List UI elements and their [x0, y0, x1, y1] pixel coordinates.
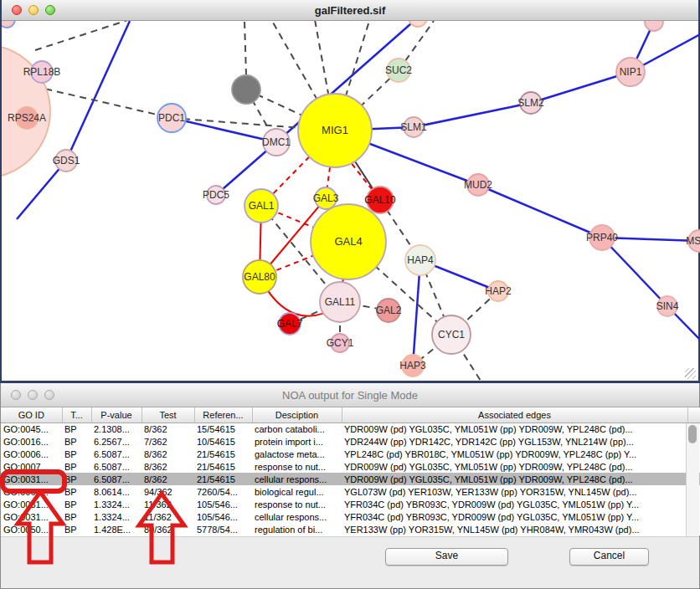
zoom-button-icon[interactable] — [45, 5, 55, 15]
column-header-test[interactable]: Test — [142, 407, 194, 423]
column-header-desciption[interactable]: Desciption — [252, 407, 342, 423]
node-label: MUD2 — [464, 179, 492, 191]
resize-grip-icon[interactable] — [685, 368, 696, 379]
network-titlebar[interactable]: galFiltered.sif — [2, 0, 698, 21]
cell-p-value: 6.5087... — [91, 460, 142, 473]
node-gds1[interactable]: GDS1 — [53, 150, 80, 172]
node-nip1[interactable]: NIP1 — [616, 58, 645, 86]
node-gal2[interactable]: GAL2 — [376, 299, 402, 322]
node-label: HAP3 — [399, 360, 426, 371]
cell-associated-edges: YGL073W (pd) YER103W, YER133W (pp) YOR31… — [342, 485, 687, 498]
node-label: NIP1 — [620, 66, 642, 78]
cell-p-value: 1.3324... — [91, 510, 142, 523]
close-button-icon[interactable] — [11, 390, 21, 400]
minimize-button-icon[interactable] — [28, 390, 38, 400]
node-gal4[interactable]: GAL4 — [311, 204, 386, 279]
node-dmc1[interactable]: DMC1 — [262, 129, 291, 156]
cell-type: BP — [62, 510, 91, 523]
cell-test: 80/362 — [142, 523, 194, 535]
cell-associated-edges: YFR034C (pd) YBR093C, YDR009W (pd) YGL03… — [342, 510, 687, 523]
table-row-1[interactable]: GO:0045...BP2.1308...8/36215/54615carbon… — [1, 423, 700, 435]
node-pdc5[interactable]: PDC5 — [203, 186, 229, 204]
table-row-5[interactable]: GO:0031...BP6.5087...8/36221/54615cellul… — [1, 473, 700, 485]
cell-type: BP — [62, 448, 91, 460]
close-button-icon[interactable] — [12, 5, 22, 15]
node-slm1[interactable]: SLM1 — [400, 117, 427, 137]
table-row-2[interactable]: GO:0016...BP6.2567...7/36210/54615protei… — [1, 435, 700, 448]
node-hap4[interactable]: HAP4 — [405, 245, 435, 275]
minimize-button-icon[interactable] — [28, 5, 39, 15]
table-row-8[interactable]: GO:0031...BP1.3324...11/362105/546...cel… — [1, 510, 700, 523]
column-header-go-id[interactable]: GO ID — [1, 407, 62, 423]
table-header-row: GO IDT...P-valueTestReferen...Desciption… — [1, 407, 700, 423]
node-gal80[interactable]: GAL80 — [243, 260, 276, 294]
cell-go-id: GO:0031... — [1, 473, 62, 485]
column-header-t-[interactable]: T... — [62, 407, 91, 423]
node-gal7[interactable]: GAL7 — [277, 313, 303, 335]
node-label: GAL11 — [325, 296, 356, 308]
cell-reference: 15/54615 — [194, 423, 252, 435]
cell-associated-edges: YER133W (pp) YOR315W, YNL145W (pd) YHR08… — [342, 523, 687, 535]
zoom-button-icon[interactable] — [44, 390, 54, 400]
node-prp40[interactable]: PRP40 — [586, 225, 618, 250]
table-row-3[interactable]: GO:0006...BP6.5087...8/36221/54615galact… — [1, 448, 700, 460]
node-slm2[interactable]: SLM2 — [517, 92, 544, 114]
node-unlabeled[interactable] — [232, 75, 260, 104]
vertical-scrollbar[interactable] — [686, 423, 699, 536]
cell-associated-edges: YPL248C (pd) YBR018C, YML051W (pp) YDR00… — [342, 448, 687, 460]
cell-go-id: GO:0016... — [1, 435, 62, 448]
cell-go-id: GO:0007... — [1, 460, 62, 473]
cell-associated-edges: YDR244W (pp) YDR142C, YDR142C (pp) YGL15… — [342, 435, 687, 448]
node-label: GCY1 — [327, 337, 354, 349]
cell-type: BP — [62, 435, 91, 448]
node-pdc1[interactable]: PDC1 — [157, 104, 186, 132]
node-gal10[interactable]: GAL10 — [364, 187, 396, 213]
table-row-6[interactable]: GO:0065...BP8.0614...94/3627260/54...bio… — [1, 485, 700, 498]
node-label: SLM1 — [400, 121, 427, 133]
node-label: SIN4 — [656, 300, 679, 312]
cell-p-value: 2.1308... — [91, 423, 142, 435]
node-label: RPL18B — [23, 66, 61, 78]
node-msl1[interactable]: MSL1 — [686, 230, 700, 252]
edge-blue — [602, 238, 667, 306]
cell-go-id: GO:0031... — [1, 510, 62, 523]
table-row-7[interactable]: GO:0031...BP1.3324...11/362105/546...res… — [1, 498, 700, 510]
column-header-p-value[interactable]: P-value — [91, 407, 142, 423]
node-cyc1[interactable]: CYC1 — [432, 315, 471, 354]
edge-dash — [244, 21, 246, 75]
node-label: GAL80 — [244, 271, 275, 283]
column-header-associated-edges[interactable]: Associated edges — [342, 407, 687, 423]
node-label: GDS1 — [53, 155, 80, 166]
save-button[interactable]: Save — [385, 548, 508, 566]
cell-p-value: 1.428E... — [91, 523, 142, 535]
cell-test: 11/362 — [142, 498, 194, 510]
table-row-9[interactable]: GO:0050...BP1.428E...80/3625778/54...reg… — [1, 523, 700, 535]
cell-description: cellular respons... — [252, 510, 342, 523]
node-sin4[interactable]: SIN4 — [656, 296, 679, 316]
cell-type: BP — [62, 423, 91, 435]
network-canvas[interactable]: RPL18BRPS24AGDS1PDC1MIG1SUC2SLM1DMC1SLM2… — [2, 0, 700, 383]
node-gal11[interactable]: GAL11 — [320, 282, 360, 322]
node-suc2[interactable]: SUC2 — [385, 59, 412, 82]
column-header-filler[interactable] — [687, 407, 700, 423]
node-label: PDC1 — [158, 112, 185, 124]
cell-go-id: GO:0031... — [1, 498, 62, 510]
column-header-referen-[interactable]: Referen... — [194, 407, 252, 423]
cell-description: response to nut... — [252, 498, 342, 510]
cell-go-id: GO:0050... — [1, 523, 62, 535]
table-row-4[interactable]: GO:0007...BP6.5087...8/36221/54615respon… — [1, 460, 700, 473]
node-label: SLM2 — [517, 97, 544, 109]
node-mud2[interactable]: MUD2 — [464, 174, 492, 196]
node-hap2[interactable]: HAP2 — [485, 281, 512, 301]
node-mig1[interactable]: MIG1 — [298, 94, 372, 167]
cell-test: 7/362 — [142, 435, 194, 448]
node-gal1[interactable]: GAL1 — [244, 189, 278, 223]
scrollbar-thumb[interactable] — [688, 425, 697, 443]
cancel-button[interactable]: Cancel — [569, 548, 649, 566]
noa-titlebar[interactable]: NOA output for Single Mode — [1, 383, 699, 407]
node-label: HAP2 — [485, 285, 512, 297]
node-gcy1[interactable]: GCY1 — [327, 334, 354, 352]
node-label: GAL10 — [364, 194, 396, 206]
edge-blue — [66, 21, 130, 161]
node-label: SUC2 — [385, 64, 412, 76]
